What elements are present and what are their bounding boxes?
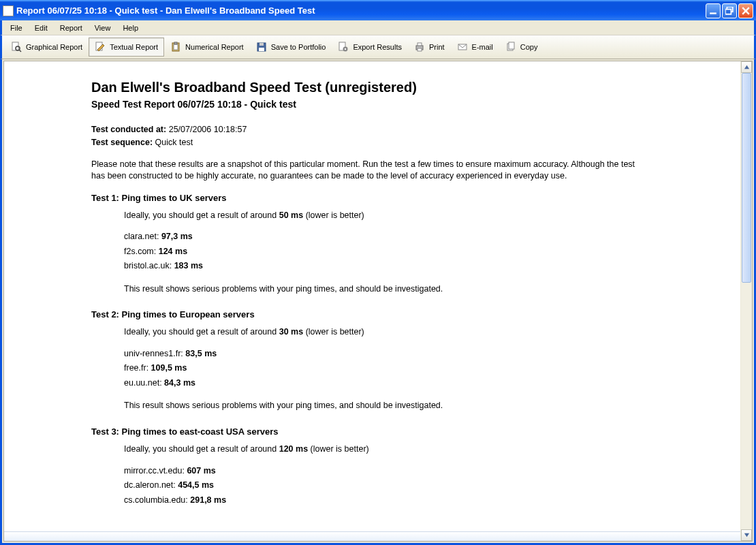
svg-rect-18 (418, 48, 422, 51)
ping-result: dc.aleron.net: 454,5 ms (124, 480, 637, 492)
ping-result: eu.uu.net: 84,3 ms (124, 377, 637, 390)
close-button[interactable] (738, 3, 753, 18)
meta-conducted-label: Test conducted at: (91, 125, 166, 134)
svg-rect-2 (725, 9, 731, 14)
svg-rect-11 (259, 43, 264, 46)
export-results-button[interactable]: Export Results (332, 37, 408, 57)
clipboard-icon (170, 42, 181, 52)
content-frame: Dan Elwell's Broadband Speed Test (unreg… (0, 59, 756, 545)
pencil-page-icon (95, 42, 106, 52)
textual-report-label: Textual Report (110, 43, 158, 51)
meta-sequence: Test sequence: Quick test (91, 137, 637, 149)
menu-help[interactable]: Help (117, 22, 144, 33)
ping-result: f2s.com: 124 ms (124, 246, 637, 258)
svg-rect-12 (259, 48, 264, 51)
svg-rect-21 (509, 42, 514, 49)
print-button[interactable]: Print (408, 37, 451, 57)
meta-sequence-value: Quick test (155, 138, 193, 147)
svg-line-5 (19, 50, 21, 52)
save-portfolio-label: Save to Portfolio (271, 43, 326, 51)
copy-label: Copy (520, 43, 538, 51)
report-subtitle: Speed Test Report 06/07/25 10:18 - Quick… (91, 98, 637, 112)
scroll-up-button[interactable] (741, 61, 752, 73)
ping-host: bristol.ac.uk: (124, 261, 174, 270)
ping-host: eu.uu.net: (124, 378, 164, 388)
svg-point-15 (345, 48, 346, 50)
report-title: Dan Elwell's Broadband Speed Test (unreg… (91, 78, 637, 97)
graphical-report-button[interactable]: Graphical Report (5, 37, 89, 57)
window-title: Report 06/07/25 10:18 - Quick test - Dan… (16, 5, 706, 16)
ideal-line: Ideally, you should get a result of arou… (124, 210, 637, 222)
menu-report[interactable]: Report (54, 22, 88, 33)
ping-value: 109,5 ms (151, 363, 187, 373)
printer-icon (414, 42, 425, 52)
ping-host: dc.aleron.net: (124, 480, 178, 490)
floppy-icon (256, 42, 267, 52)
ping-value: 124 ms (159, 247, 187, 256)
minimize-button[interactable] (706, 3, 721, 18)
ping-value: 83,5 ms (185, 349, 217, 358)
ping-result: bristol.ac.uk: 183 ms (124, 260, 637, 272)
ping-value: 607 ms (187, 466, 215, 476)
ping-result: cs.columbia.edu: 291,8 ms (124, 495, 637, 507)
titlebar: Report 06/07/25 10:18 - Quick test - Dan… (0, 0, 756, 20)
menu-file[interactable]: File (5, 22, 28, 33)
menu-view[interactable]: View (89, 22, 116, 33)
scroll-thumb[interactable] (742, 73, 751, 283)
statusbar (4, 531, 740, 541)
textual-report-button[interactable]: Textual Report (89, 37, 164, 57)
ping-value: 183 ms (174, 261, 203, 270)
email-label: E-mail (472, 43, 493, 51)
toolbar: Graphical ReportTextual ReportNumerical … (0, 35, 756, 59)
test-heading: Test 1: Ping times to UK servers (91, 192, 637, 204)
save-portfolio-button[interactable]: Save to Portfolio (250, 37, 332, 57)
test-assessment: This result shows serious problems with … (124, 400, 637, 412)
ping-host: free.fr: (124, 363, 151, 373)
ping-result: clara.net: 97,3 ms (124, 231, 637, 243)
ideal-line: Ideally, you should get a result of arou… (124, 326, 637, 339)
restore-button[interactable] (722, 3, 737, 18)
scroll-down-button[interactable] (741, 529, 752, 541)
svg-rect-9 (174, 42, 177, 44)
gear-doc-icon (338, 42, 349, 52)
svg-rect-8 (174, 44, 178, 50)
numerical-report-label: Numerical Report (185, 43, 244, 51)
ideal-line: Ideally, you should get a result of arou… (124, 443, 637, 456)
menubar: FileEditReportViewHelp (0, 20, 756, 35)
document-viewport[interactable]: Dan Elwell's Broadband Speed Test (unreg… (4, 61, 740, 541)
ping-host: mirror.cc.vt.edu: (124, 466, 187, 476)
graphical-report-label: Graphical Report (26, 43, 82, 51)
window-controls (706, 3, 753, 18)
ping-result: univ-rennes1.fr: 83,5 ms (124, 348, 637, 360)
ping-host: f2s.com: (124, 247, 159, 256)
meta-conducted: Test conducted at: 25/07/2006 10:18:57 (91, 124, 637, 136)
ping-value: 84,3 ms (164, 378, 195, 388)
scroll-track[interactable] (741, 73, 752, 529)
ping-host: clara.net: (124, 232, 161, 241)
print-label: Print (429, 43, 445, 51)
test-heading: Test 2: Ping times to European servers (91, 309, 637, 321)
menu-edit[interactable]: Edit (29, 22, 53, 33)
email-button[interactable]: E-mail (451, 37, 499, 57)
two-pages-icon (505, 42, 516, 52)
report-note: Please note that these results are a sna… (91, 159, 637, 183)
numerical-report-button[interactable]: Numerical Report (164, 37, 250, 57)
ping-result: free.fr: 109,5 ms (124, 362, 637, 375)
ping-result: mirror.cc.vt.edu: 607 ms (124, 465, 637, 478)
ping-host: cs.columbia.edu: (124, 495, 190, 505)
ping-value: 291,8 ms (190, 495, 226, 505)
test-heading: Test 3: Ping times to east-coast USA ser… (91, 426, 637, 438)
ping-value: 97,3 ms (161, 232, 193, 241)
meta-conducted-value: 25/07/2006 10:18:57 (169, 125, 247, 134)
copy-button[interactable]: Copy (499, 37, 544, 57)
svg-rect-0 (710, 12, 716, 14)
vertical-scrollbar[interactable] (740, 61, 752, 541)
test-assessment: This result shows serious problems with … (124, 283, 637, 296)
app-icon (3, 5, 14, 16)
ping-value: 454,5 ms (178, 480, 214, 490)
envelope-icon (457, 42, 468, 52)
ping-host: univ-rennes1.fr: (124, 349, 185, 358)
report-document: Dan Elwell's Broadband Speed Test (unreg… (4, 61, 658, 516)
content-pane: Dan Elwell's Broadband Speed Test (unreg… (3, 61, 753, 542)
magnifier-page-icon (11, 42, 22, 52)
